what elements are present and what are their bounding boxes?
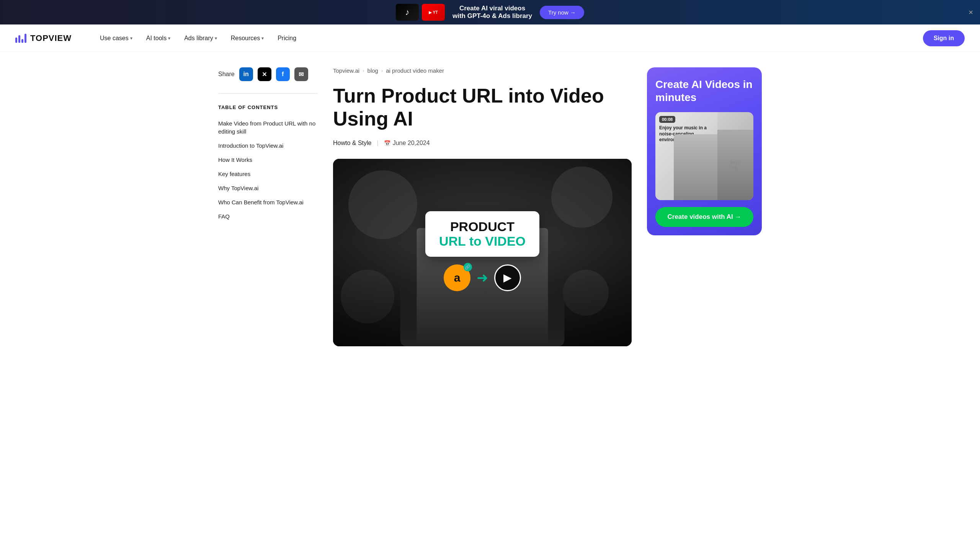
article-title: Turn Product URL into Video Using AI xyxy=(333,85,624,130)
toc-item-3[interactable]: How It Works xyxy=(218,153,318,166)
logo-icon xyxy=(15,34,26,43)
twitter-share-button[interactable]: ✕ xyxy=(258,67,271,81)
amazon-icon: a 🔗 xyxy=(444,264,470,291)
cta-create-button[interactable]: Create videos with AI → xyxy=(655,207,753,227)
toc-item-2[interactable]: Introduction to TopView.ai xyxy=(218,139,318,152)
cta-video-left-panel: 00:08 Enjoy your music in a noise-cancel… xyxy=(655,112,717,200)
top-banner: ♪ ▶ YT Create AI viral videos with GPT-4… xyxy=(0,0,980,24)
cta-person-thumbnail xyxy=(674,134,717,201)
share-row: Share in ✕ f ✉ xyxy=(218,67,318,81)
toc-item-1[interactable]: Make Video from Product URL with no edit… xyxy=(218,117,318,138)
nav-resources[interactable]: Resources ▾ xyxy=(225,32,269,45)
right-sidebar: Create AI Videos in minutes 00:08 Enjoy … xyxy=(647,67,762,346)
card-title: PRODUCT xyxy=(439,220,526,234)
divider xyxy=(218,93,318,94)
toc-list: Make Video from Product URL with no edit… xyxy=(218,117,318,223)
product-url-card: PRODUCT URL to VIDEO xyxy=(425,211,539,257)
article-date-row: 📅 June 20,2024 xyxy=(384,140,430,147)
arrow-right-icon: ➜ xyxy=(477,270,488,286)
banner-youtube-thumb: ▶ YT xyxy=(422,4,445,21)
play-icon: ▶ xyxy=(494,264,521,291)
toc-title: TABLE OF CONTENTS xyxy=(218,104,318,110)
breadcrumb-section[interactable]: blog xyxy=(368,67,378,74)
calendar-icon: 📅 xyxy=(384,140,390,146)
article-meta: Howto & Style | 📅 June 20,2024 xyxy=(333,140,632,147)
nav-pricing[interactable]: Pricing xyxy=(272,32,302,45)
banner-tiktok-thumb: ♪ xyxy=(396,4,419,21)
nav-links: Use cases ▾ AI tools ▾ Ads library ▾ Res… xyxy=(95,32,923,45)
main-content: Topview.ai › blog › ai product video mak… xyxy=(333,67,632,346)
toc-item-6[interactable]: Who Can Benefit from TopView.ai xyxy=(218,196,318,209)
article-hero-image: PRODUCT URL to VIDEO a 🔗 ➜ ▶ xyxy=(333,159,632,346)
breadcrumb-home[interactable]: Topview.ai xyxy=(333,67,359,74)
chevron-down-icon: ▾ xyxy=(261,36,264,41)
share-label: Share xyxy=(218,71,235,78)
toc-item-4[interactable]: Key features xyxy=(218,168,318,180)
cta-title: Create AI Videos in minutes xyxy=(655,78,753,104)
article-category: Howto & Style xyxy=(333,140,371,147)
link-badge-icon: 🔗 xyxy=(464,263,472,271)
toc-item-5[interactable]: Why TopView.ai xyxy=(218,182,318,194)
logo-text: TOPVIEW xyxy=(30,33,72,43)
banner-thumbnails: ♪ ▶ YT xyxy=(396,4,445,21)
banner-close-button[interactable]: × xyxy=(969,8,973,17)
cta-card: Create AI Videos in minutes 00:08 Enjoy … xyxy=(647,67,762,235)
facebook-share-button[interactable]: f xyxy=(276,67,290,81)
chevron-down-icon: ▾ xyxy=(215,36,217,41)
linkedin-share-button[interactable]: in xyxy=(239,67,253,81)
nav-ads-library[interactable]: Ads library ▾ xyxy=(179,32,222,45)
card-subtitle: URL to VIDEO xyxy=(439,234,526,248)
meta-separator: | xyxy=(377,140,378,147)
article-date: June 20,2024 xyxy=(393,140,430,147)
nav-use-cases[interactable]: Use cases ▾ xyxy=(95,32,138,45)
left-sidebar: Share in ✕ f ✉ TABLE OF CONTENTS Make Vi… xyxy=(218,67,318,223)
sign-in-button[interactable]: Sign in xyxy=(923,30,965,46)
breadcrumb-sep-2: › xyxy=(381,68,383,73)
video-timestamp: 00:08 xyxy=(659,116,675,123)
nav-ai-tools[interactable]: AI tools ▾ xyxy=(141,32,176,45)
chevron-down-icon: ▾ xyxy=(168,36,170,41)
breadcrumb: Topview.ai › blog › ai product video mak… xyxy=(333,67,632,74)
main-nav: TOPVIEW Use cases ▾ AI tools ▾ Ads libra… xyxy=(0,24,980,52)
cta-video-listening-text: listening... xyxy=(717,130,753,200)
hero-graphic: PRODUCT URL to VIDEO a 🔗 ➜ ▶ xyxy=(425,211,539,293)
conversion-arrow-row: a 🔗 ➜ ▶ xyxy=(444,262,521,293)
logo-link[interactable]: TOPVIEW xyxy=(15,33,72,43)
page-layout: Share in ✕ f ✉ TABLE OF CONTENTS Make Vi… xyxy=(203,52,777,346)
toc-item-7[interactable]: FAQ xyxy=(218,210,318,223)
cta-video-preview: 00:08 Enjoy your music in a noise-cancel… xyxy=(655,112,753,200)
breadcrumb-current: ai product video maker xyxy=(386,67,444,74)
chevron-down-icon: ▾ xyxy=(130,36,132,41)
breadcrumb-sep-1: › xyxy=(363,68,364,73)
banner-try-button[interactable]: Try now → xyxy=(540,6,584,19)
cta-video-right-panel: listening... xyxy=(717,112,753,200)
banner-text: Create AI viral videos with GPT-4o & Ads… xyxy=(452,5,532,20)
email-share-button[interactable]: ✉ xyxy=(294,67,308,81)
